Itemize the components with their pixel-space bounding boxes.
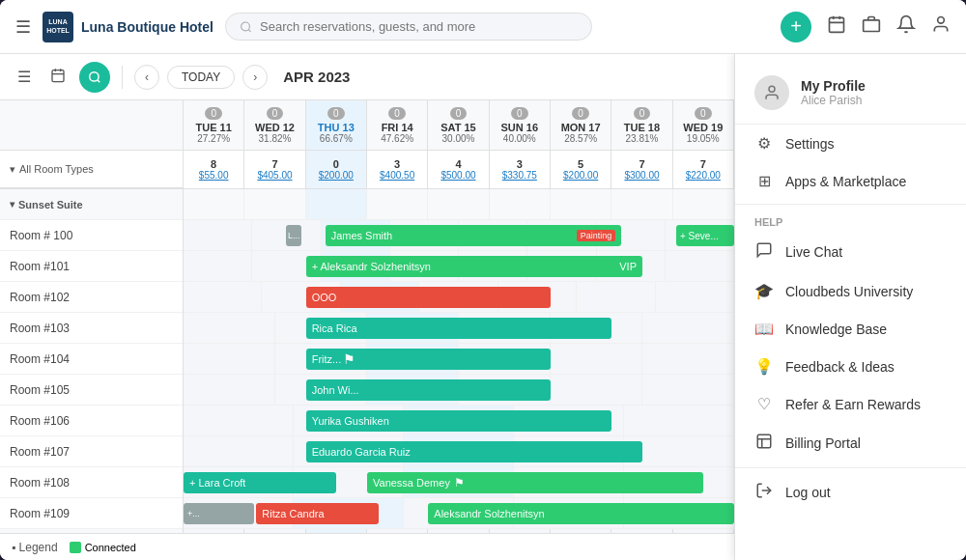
date-col-14: 0 FRI 14 47.62%: [367, 100, 428, 150]
summary-cell-19: 7$220.00: [673, 151, 734, 188]
next-nav-button[interactable]: ›: [242, 65, 268, 90]
reservation-james-smith[interactable]: James Smith Painting: [326, 225, 622, 246]
room-101-label[interactable]: Room #101: [0, 251, 183, 282]
gantt-row-104: Fritz... ⚑: [184, 344, 734, 375]
gantt-row-103: A... Rica Rica: [184, 313, 734, 344]
svg-rect-2: [830, 17, 844, 32]
svg-rect-15: [757, 434, 771, 448]
summary-pricing-row: 8$55.00 7$405.00 0$200.00 3$400.50 4$500…: [184, 151, 734, 189]
reservation-eduardo[interactable]: Eduardo Garcia Ruiz: [306, 441, 642, 462]
logout-label: Log out: [785, 485, 831, 500]
svg-point-14: [769, 86, 775, 92]
settings-menu-item[interactable]: ⚙ Settings: [735, 125, 966, 162]
bell-icon[interactable]: [896, 14, 916, 39]
apps-menu-item[interactable]: ⊞ Apps & Marketplace: [735, 162, 966, 200]
prev-nav-button[interactable]: ‹: [134, 65, 159, 90]
gantt-row-109: +... Ritza Candra Aleksandr Solzhenitsyn: [184, 498, 734, 529]
room-102-label[interactable]: Room #102: [0, 282, 183, 313]
reservation-ooo-102[interactable]: OOO: [306, 287, 551, 308]
today-button[interactable]: TODAY: [167, 66, 235, 89]
room-103-label[interactable]: Room #103: [0, 313, 183, 344]
feedback-menu-item[interactable]: 💡 Feedback & Ideas: [735, 348, 966, 385]
chat-icon: [754, 241, 774, 263]
room-108-label[interactable]: Room #108: [0, 467, 183, 498]
logout-menu-item[interactable]: Log out: [735, 472, 966, 513]
legend-connected: Connected: [70, 542, 136, 553]
reservation-yurika[interactable]: Yurika Gushiken: [306, 410, 612, 432]
menu-icon[interactable]: ☰: [15, 16, 31, 38]
room-100-label[interactable]: Room # 100: [0, 220, 183, 251]
add-button[interactable]: +: [781, 12, 811, 42]
apps-label: Apps & Marketplace: [785, 174, 906, 189]
profile-info: My Profile Alice Parish: [801, 78, 866, 107]
reservation-109-prev[interactable]: +...: [184, 503, 254, 524]
refer-earn-label: Refer & Earn Rewards: [785, 397, 921, 412]
search-tool-icon[interactable]: [79, 62, 110, 93]
reservation-john-wi[interactable]: John Wi...: [306, 379, 551, 401]
menu-divider-2: [735, 467, 966, 468]
search-bar[interactable]: [225, 13, 592, 41]
university-label: Cloudbeds University: [785, 284, 913, 299]
calendar-view-icon[interactable]: [44, 62, 71, 93]
logo-box: LUNAHOTEL: [43, 12, 73, 42]
room-105-label[interactable]: Room #105: [0, 375, 183, 406]
svg-point-12: [90, 71, 99, 80]
list-view-icon[interactable]: ☰: [12, 62, 37, 92]
date-col-18: 0 TUE 18 23.81%: [611, 100, 672, 150]
billing-label: Billing Portal: [785, 435, 861, 451]
live-chat-menu-item[interactable]: Live Chat: [735, 232, 966, 272]
rooms-icon[interactable]: [862, 14, 881, 39]
refer-earn-menu-item[interactable]: ♡ Refer & Earn Rewards: [735, 385, 966, 423]
dropdown-menu-content: My Profile Alice Parish ⚙ Settings ⊞ App…: [735, 54, 966, 520]
reservation-rica-rica[interactable]: Rica Rica: [306, 318, 612, 339]
search-input[interactable]: [260, 19, 578, 34]
profile-menu-item[interactable]: My Profile Alice Parish: [735, 62, 966, 125]
svg-line-1: [248, 29, 250, 31]
feedback-label: Feedback & Ideas: [785, 359, 895, 375]
summary-cell-15: 4$500.00: [428, 151, 489, 188]
room-107-label[interactable]: Room #107: [0, 436, 183, 467]
date-col-11: 0 TUE 11 27.27%: [184, 100, 244, 150]
reservation-fritz[interactable]: Fritz... ⚑: [306, 349, 551, 370]
date-col-15: 0 SAT 15 30.00%: [428, 100, 489, 150]
sunset-suite-section[interactable]: ▾ Sunset Suite: [0, 189, 183, 220]
gantt-row-101: + Aleksandr Solzhenitsyn VIP: [184, 251, 734, 282]
date-col-17: 0 MON 17 28.57%: [551, 100, 611, 150]
settings-icon: ⚙: [754, 134, 774, 153]
summary-cell-18: 7$300.00: [611, 151, 672, 188]
connected-dot: [70, 542, 81, 553]
month-label: APR 2023: [283, 69, 350, 85]
calendar-icon[interactable]: [827, 14, 846, 39]
settings-label: Settings: [785, 136, 835, 152]
room-109-label[interactable]: Room #109: [0, 498, 183, 529]
room-106-label[interactable]: Room #106: [0, 406, 183, 436]
user-icon[interactable]: [931, 14, 951, 39]
room-104-label[interactable]: Room #104: [0, 344, 183, 375]
reservation-aleksandr-101[interactable]: + Aleksandr Solzhenitsyn VIP: [306, 256, 642, 277]
summary-cell-16: 3$330.75: [490, 151, 551, 188]
reservation-lara-croft[interactable]: + Lara Croft: [184, 472, 336, 493]
svg-rect-8: [52, 70, 64, 81]
summary-cell-11: 8$55.00: [184, 151, 244, 188]
header-actions: +: [781, 12, 951, 42]
search-icon: [240, 20, 252, 34]
svg-point-0: [242, 22, 250, 31]
gantt-row-102: OOO: [184, 282, 734, 313]
reservation-ritza[interactable]: Ritza Candra: [256, 503, 379, 524]
room-100-placeholder[interactable]: L...: [286, 225, 301, 246]
gantt-row-108: + Lara Croft Vanessa Demey ⚑: [184, 467, 734, 498]
hotel-name: Luna Boutique Hotel: [81, 19, 213, 35]
reservation-aleksandr-109[interactable]: Aleksandr Solzhenitsyn: [428, 503, 734, 524]
gantt-sunset-suite-header: [184, 189, 734, 220]
knowledge-base-menu-item[interactable]: 📖 Knowledge Base: [735, 310, 966, 348]
summary-cell-17: 5$200.00: [551, 151, 611, 188]
logo-area: LUNAHOTEL Luna Boutique Hotel: [43, 12, 213, 42]
cloudbeds-university-menu-item[interactable]: 🎓 Cloudbeds University: [735, 272, 966, 310]
reservation-100-cont[interactable]: + Seve...: [676, 225, 734, 246]
reservation-vanessa[interactable]: Vanessa Demey ⚑: [367, 472, 703, 493]
legend-bar: ▪ Legend Connected: [0, 533, 734, 560]
billing-menu-item[interactable]: Billing Portal: [735, 423, 966, 463]
svg-line-13: [98, 79, 100, 82]
date-scroll-area: 0 TUE 11 27.27% 0 WED 12 31.82% 0 THU 13: [184, 100, 734, 533]
date-col-12: 0 WED 12 31.82%: [244, 100, 305, 150]
